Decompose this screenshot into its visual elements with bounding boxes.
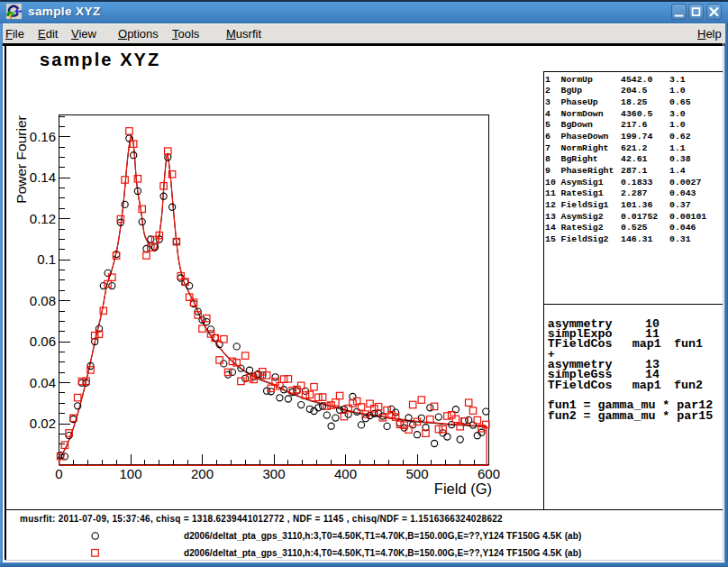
svg-text:200: 200 xyxy=(191,466,214,481)
svg-text:600: 600 xyxy=(478,466,500,481)
svg-text:400: 400 xyxy=(334,466,357,481)
svg-text:500: 500 xyxy=(405,466,428,481)
svg-text:Field (G): Field (G) xyxy=(434,480,492,497)
svg-text:0: 0 xyxy=(55,466,62,481)
svg-text:100: 100 xyxy=(119,466,141,481)
svg-text:0.1: 0.1 xyxy=(37,251,56,267)
svg-text:0.08: 0.08 xyxy=(30,293,56,308)
svg-text:300: 300 xyxy=(262,466,285,481)
